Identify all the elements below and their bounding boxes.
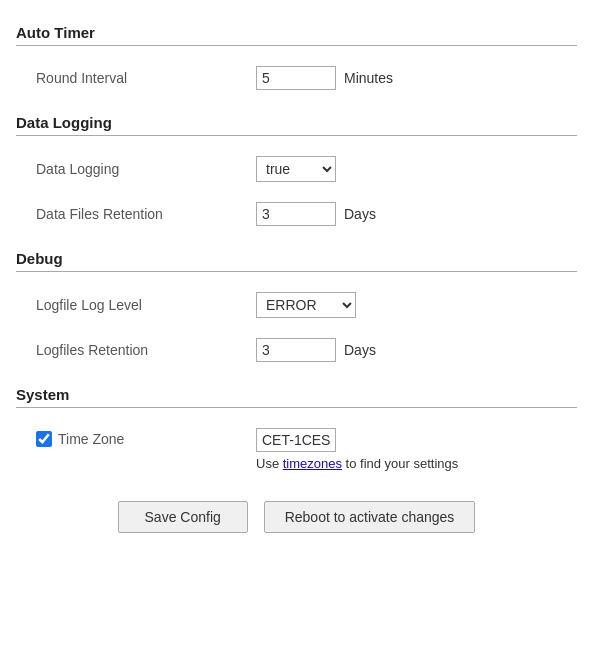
system-title: System: [16, 386, 577, 403]
save-config-button[interactable]: Save Config: [118, 501, 248, 533]
data-files-retention-input[interactable]: [256, 202, 336, 226]
logfiles-retention-row: Logfiles Retention Days: [16, 328, 577, 372]
round-interval-row: Round Interval Minutes: [16, 56, 577, 100]
logfile-log-level-label: Logfile Log Level: [36, 297, 256, 313]
timezone-row: Time Zone Use timezones to find your set…: [16, 418, 577, 481]
data-files-retention-controls: Days: [256, 202, 376, 226]
data-logging-title: Data Logging: [16, 114, 577, 131]
data-logging-controls: true false: [256, 156, 336, 182]
timezone-label-area: Time Zone: [36, 428, 256, 447]
auto-timer-section: Auto Timer Round Interval Minutes: [16, 24, 577, 100]
system-section: System Time Zone Use timezones to find y…: [16, 386, 577, 481]
debug-section: Debug Logfile Log Level ERROR WARNING IN…: [16, 250, 577, 372]
logfile-log-level-controls: ERROR WARNING INFO DEBUG: [256, 292, 356, 318]
logfile-log-level-row: Logfile Log Level ERROR WARNING INFO DEB…: [16, 282, 577, 328]
logfile-log-level-select[interactable]: ERROR WARNING INFO DEBUG: [256, 292, 356, 318]
data-files-retention-row: Data Files Retention Days: [16, 192, 577, 236]
auto-timer-title: Auto Timer: [16, 24, 577, 41]
debug-title: Debug: [16, 250, 577, 267]
data-logging-label: Data Logging: [36, 161, 256, 177]
logfiles-retention-label: Logfiles Retention: [36, 342, 256, 358]
debug-divider: [16, 271, 577, 272]
timezones-link[interactable]: timezones: [283, 456, 342, 471]
round-interval-unit: Minutes: [344, 70, 393, 86]
data-logging-select[interactable]: true false: [256, 156, 336, 182]
data-files-retention-label: Data Files Retention: [36, 206, 256, 222]
round-interval-label: Round Interval: [36, 70, 256, 86]
reboot-button[interactable]: Reboot to activate changes: [264, 501, 476, 533]
buttons-row: Save Config Reboot to activate changes: [16, 481, 577, 543]
data-logging-divider: [16, 135, 577, 136]
timezone-hint: Use timezones to find your settings: [256, 456, 458, 471]
logfiles-retention-controls: Days: [256, 338, 376, 362]
system-divider: [16, 407, 577, 408]
logfiles-retention-unit: Days: [344, 342, 376, 358]
round-interval-controls: Minutes: [256, 66, 393, 90]
data-logging-row: Data Logging true false: [16, 146, 577, 192]
timezone-hint-prefix: Use: [256, 456, 283, 471]
timezone-label: Time Zone: [58, 431, 124, 447]
timezone-input[interactable]: [256, 428, 336, 452]
data-logging-section: Data Logging Data Logging true false Dat…: [16, 114, 577, 236]
timezone-control-area: Use timezones to find your settings: [256, 428, 458, 471]
data-files-retention-unit: Days: [344, 206, 376, 222]
auto-timer-divider: [16, 45, 577, 46]
logfiles-retention-input[interactable]: [256, 338, 336, 362]
timezone-checkbox[interactable]: [36, 431, 52, 447]
timezone-hint-suffix: to find your settings: [342, 456, 458, 471]
round-interval-input[interactable]: [256, 66, 336, 90]
